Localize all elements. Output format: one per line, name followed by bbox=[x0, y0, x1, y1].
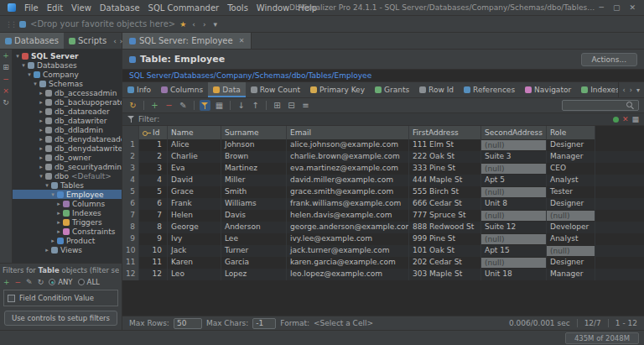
tree-item-constraints[interactable]: ▸Constraints bbox=[13, 227, 122, 236]
cell-name[interactable]: Leo bbox=[168, 269, 221, 280]
tree-collapsed-arrow-icon[interactable]: ▸ bbox=[55, 201, 62, 207]
cell-email[interactable]: leo.lopez@example.com bbox=[287, 269, 409, 280]
tree-collapsed-arrow-icon[interactable]: ▸ bbox=[38, 99, 44, 106]
tree-item-dbo[interactable]: ▾dbo<Default> bbox=[13, 171, 122, 180]
row-number[interactable]: 11 bbox=[122, 257, 139, 269]
cell-id[interactable]: 8 bbox=[139, 222, 168, 233]
tabs-list-icon[interactable]: ▾ bbox=[636, 86, 640, 94]
column-header-name[interactable]: Name bbox=[168, 126, 221, 139]
cell-first_address[interactable]: 777 Spruce St bbox=[409, 210, 481, 222]
cell-second_address[interactable]: Suite 3 bbox=[481, 151, 547, 163]
create-folder-icon[interactable]: ⊞ bbox=[3, 64, 9, 71]
menu-database[interactable]: Database bbox=[96, 3, 144, 13]
menu-tools[interactable]: Tools bbox=[223, 3, 252, 13]
row-number[interactable]: 5 bbox=[122, 186, 139, 198]
cell-surname[interactable]: Brown bbox=[221, 151, 287, 163]
tree-collapsed-arrow-icon[interactable]: ▸ bbox=[38, 145, 44, 152]
cell-name[interactable]: Eva bbox=[168, 163, 221, 175]
cell-surname[interactable]: Davis bbox=[221, 210, 287, 222]
cell-name[interactable]: Charlie bbox=[168, 151, 221, 163]
tab-indexes[interactable]: Indexes bbox=[576, 82, 617, 97]
close-tab-icon[interactable]: ✕ bbox=[239, 37, 245, 44]
cell-email[interactable]: grace.smith@example.com bbox=[287, 186, 409, 198]
row-number[interactable]: 3 bbox=[122, 163, 139, 175]
tree-item-employee[interactable]: ▾Employee bbox=[13, 190, 122, 199]
cell-surname[interactable]: Martinez bbox=[221, 163, 287, 175]
column-header-id[interactable]: Id bbox=[139, 126, 168, 139]
cell-role[interactable]: CEO bbox=[547, 163, 595, 175]
add-filter-icon[interactable]: + bbox=[3, 279, 10, 286]
close-button[interactable]: ✕ bbox=[629, 3, 636, 12]
tree-expanded-arrow-icon[interactable]: ▾ bbox=[26, 71, 33, 78]
tree-item-db-owner[interactable]: ▸db_owner bbox=[13, 153, 122, 162]
tree-item-tables[interactable]: ▾Tables bbox=[13, 180, 122, 190]
tree-item-databases[interactable]: ▾Databases bbox=[13, 60, 122, 70]
tab-data[interactable]: Data bbox=[208, 82, 246, 97]
tree-item-sql-server[interactable]: ▾SQL Server bbox=[13, 51, 122, 60]
cell-surname[interactable]: Smith bbox=[221, 186, 287, 198]
tree-item-product[interactable]: ▸Product bbox=[13, 236, 122, 245]
column-header-role[interactable]: Role bbox=[547, 126, 595, 139]
table-view-button[interactable]: ▦ bbox=[214, 100, 225, 111]
cell-second_address[interactable]: (null) bbox=[481, 139, 547, 151]
tree-item-triggers[interactable]: ▸Triggers bbox=[13, 217, 122, 227]
drag-handle-icon[interactable]: ⋮⋮ bbox=[5, 20, 15, 29]
cell-role[interactable]: Designer bbox=[547, 139, 595, 151]
cell-second_address[interactable]: (null) bbox=[481, 163, 547, 175]
remove-connection-icon[interactable]: − bbox=[3, 76, 9, 83]
tab-references[interactable]: References bbox=[459, 82, 520, 97]
cell-second_address[interactable]: Apt 15 bbox=[481, 245, 547, 257]
max-rows-input[interactable] bbox=[174, 318, 202, 329]
cell-second_address[interactable]: (null) bbox=[481, 210, 547, 222]
cell-id[interactable]: 4 bbox=[139, 175, 168, 186]
cell-role[interactable]: (null) bbox=[547, 245, 595, 257]
cell-id[interactable]: 2 bbox=[139, 151, 168, 163]
tree-item-schemas[interactable]: ▾Schemas bbox=[13, 79, 122, 88]
cell-email[interactable]: helen.davis@example.com bbox=[287, 210, 409, 222]
tab-navigator[interactable]: Navigator bbox=[520, 82, 576, 97]
edit-cell-button[interactable]: ✎ bbox=[178, 100, 189, 111]
cell-surname[interactable]: Lee bbox=[221, 233, 287, 245]
tab-sql-server-employee[interactable]: SQL Server: Employee ✕ bbox=[122, 33, 252, 49]
row-number-header[interactable] bbox=[122, 126, 139, 139]
cell-email[interactable]: david.miller@example.com bbox=[287, 175, 409, 186]
tree-item-db-denydatawriter[interactable]: ▸db_denydatawriter bbox=[13, 144, 122, 153]
cell-second_address[interactable]: (null) bbox=[481, 186, 547, 198]
tree-expanded-arrow-icon[interactable]: ▾ bbox=[44, 182, 50, 189]
select-columns-button[interactable]: ⊟ bbox=[286, 100, 297, 111]
row-number[interactable]: 12 bbox=[122, 269, 139, 280]
tree-expanded-arrow-icon[interactable]: ▾ bbox=[38, 173, 44, 180]
cell-email[interactable]: eva.martinez@example.com bbox=[287, 163, 409, 175]
history-back-icon[interactable]: ‹ bbox=[190, 20, 197, 29]
cell-surname[interactable]: Turner bbox=[221, 245, 287, 257]
cell-first_address[interactable]: 303 Maple St bbox=[409, 269, 481, 280]
cell-surname[interactable]: Anderson bbox=[221, 222, 287, 233]
tree-item-indexes[interactable]: ▸Indexes bbox=[13, 208, 122, 217]
cell-id[interactable]: 6 bbox=[139, 198, 168, 210]
export-data-button[interactable]: ↓ bbox=[236, 100, 247, 111]
tab-row-count[interactable]: Row Count bbox=[246, 82, 305, 97]
menu-file[interactable]: File bbox=[20, 3, 43, 13]
copy-cells-button[interactable]: ⊞ bbox=[272, 100, 283, 111]
cell-name[interactable]: Ivy bbox=[168, 233, 221, 245]
cell-surname[interactable]: Garcia bbox=[221, 257, 287, 269]
import-data-button[interactable]: ↑ bbox=[250, 100, 261, 111]
cell-id[interactable]: 3 bbox=[139, 163, 168, 175]
cell-role[interactable]: Manager bbox=[547, 151, 595, 163]
cell-id[interactable]: 12 bbox=[139, 269, 168, 280]
tree-item-columns[interactable]: ▸Columns bbox=[13, 199, 122, 208]
cell-role[interactable]: Tester bbox=[547, 186, 595, 198]
cell-first_address[interactable]: 101 Oak St bbox=[409, 245, 481, 257]
cell-name[interactable]: Jack bbox=[168, 245, 221, 257]
actions-button[interactable]: Actions... bbox=[581, 53, 637, 66]
row-number[interactable]: 9 bbox=[122, 233, 139, 245]
tree-expanded-arrow-icon[interactable]: ▾ bbox=[32, 81, 39, 87]
menu-view[interactable]: View bbox=[67, 3, 96, 13]
tree-item-db-datawriter[interactable]: ▸db_datawriter bbox=[13, 116, 122, 125]
tab-grants[interactable]: Grants bbox=[370, 82, 414, 97]
cell-first_address[interactable]: 111 Elm St bbox=[409, 139, 481, 151]
cell-second_address[interactable]: Apt 5 bbox=[481, 175, 547, 186]
tree-expanded-arrow-icon[interactable]: ▾ bbox=[14, 53, 21, 60]
row-number[interactable]: 6 bbox=[122, 198, 139, 210]
sidebar-tab-left-icon[interactable]: ‹ bbox=[112, 37, 118, 45]
